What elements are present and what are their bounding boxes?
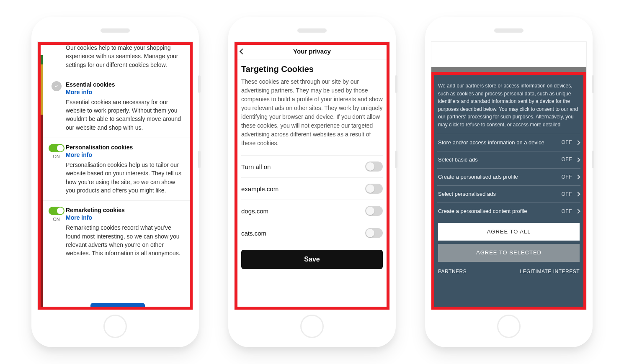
section-title: Remarketing cookies [66,207,184,213]
option-state: OFF [562,208,572,215]
section-title: Essential cookies [66,81,184,88]
agree-to-selected-button[interactable]: AGREE TO SELECTED [438,244,580,261]
section-description: Remarketing cookies record what you've f… [66,223,184,257]
phone-side-button [198,151,201,168]
intro-text: Our cookies help to make your shopping e… [43,42,193,75]
chevron-right-icon [575,192,580,196]
row-label: dogs.com [241,208,268,215]
toggle-switch[interactable] [49,207,64,215]
consent-option-row[interactable]: Create a personalised ads profile OFF [437,168,580,185]
chevron-right-icon [575,174,580,179]
option-state: OFF [562,156,572,164]
consent-intro-text: We and our partners store or access info… [437,82,580,134]
turn-all-on-row: Turn all on [241,155,383,177]
partners-link[interactable]: PARTNERS [438,268,467,276]
phone-screen-1: Our cookies help to make your shopping e… [37,41,193,310]
cookie-section-personalisation: ON Personalisation cookies More info Per… [43,138,193,200]
phone-side-button [198,75,201,93]
option-state: OFF [562,190,572,198]
check-circle-icon [52,81,62,91]
primary-action-button[interactable] [90,303,145,310]
more-info-link[interactable]: More info [66,151,92,158]
option-label: Store and/or access information on a dev… [438,138,544,147]
section-description: Personalisation cookies help us to tailo… [66,161,184,195]
more-info-link[interactable]: More info [66,214,92,221]
phone-mockup-3: We and our partners store or access info… [425,17,593,347]
targeting-cookies-content: Targeting Cookies These cookies are set … [235,59,389,244]
save-button[interactable]: Save [241,250,383,269]
phone-side-button [395,151,397,168]
more-info-link[interactable]: More info [66,89,92,95]
description-text: These cookies are set through our site b… [241,77,383,148]
phone-mockup-1: Our cookies help to make your shopping e… [31,17,199,347]
cookie-settings-panel: Our cookies help to make your shopping e… [43,42,193,310]
toggle-switch[interactable] [365,161,383,172]
phone-side-button [592,75,594,93]
page-background [431,42,586,67]
header-title: Your privacy [293,48,331,55]
consent-panel: We and our partners store or access info… [431,75,586,310]
toggle-switch[interactable] [365,184,383,194]
toggle-switch[interactable] [365,206,383,216]
option-label: Create a personalised ads profile [438,173,518,181]
page-header-bar [431,67,586,75]
toggle-state-label: ON [53,217,60,222]
chevron-right-icon [575,140,580,145]
option-label: Select personalised ads [438,190,496,198]
option-label: Select basic ads [438,156,478,164]
option-label: Create a personalised content profile [438,207,527,215]
back-chevron-icon[interactable] [240,48,245,54]
row-label: Turn all on [241,163,271,170]
modal-header: Your privacy [235,42,389,59]
agree-to-all-button[interactable]: AGREE TO ALL [438,223,580,241]
scrollbar-thumb[interactable] [583,159,586,175]
row-label: example.com [241,185,278,192]
phone-side-button [592,151,594,168]
toggle-switch[interactable] [49,144,64,152]
cookie-section-remarketing: ON Remarketing cookies More info Remarke… [43,200,193,263]
section-title: Personalisation cookies [66,144,184,151]
phone-side-button [395,75,397,93]
partner-row: example.com [241,177,383,200]
chevron-right-icon [575,209,580,214]
chevron-right-icon [575,157,580,162]
row-label: cats.com [241,230,266,237]
partner-row: cats.com [241,222,383,244]
toggle-switch[interactable] [365,228,383,238]
consent-footer-links: PARTNERS LEGITIMATE INTEREST [437,262,580,276]
option-state: OFF [562,173,572,181]
main-title: Targeting Cookies [241,64,383,74]
partner-row: dogs.com [241,200,383,222]
consent-option-row[interactable]: Select personalised ads OFF [437,185,580,203]
legitimate-interest-link[interactable]: LEGITIMATE INTEREST [520,268,580,276]
consent-option-row[interactable]: Select basic ads OFF [437,151,580,168]
phone-screen-2: Your privacy Targeting Cookies These coo… [234,41,390,310]
phone-screen-3: We and our partners store or access info… [431,41,587,310]
section-description: Essential cookies are necessary for our … [66,98,184,132]
phone-mockup-2: Your privacy Targeting Cookies These coo… [228,17,396,347]
cookie-section-essential: Essential cookies More info Essential co… [43,75,193,138]
option-state: OFF [562,138,572,146]
consent-option-row[interactable]: Create a personalised content profile OF… [437,203,580,220]
toggle-state-label: ON [53,154,60,159]
consent-option-row[interactable]: Store and/or access information on a dev… [437,134,580,151]
